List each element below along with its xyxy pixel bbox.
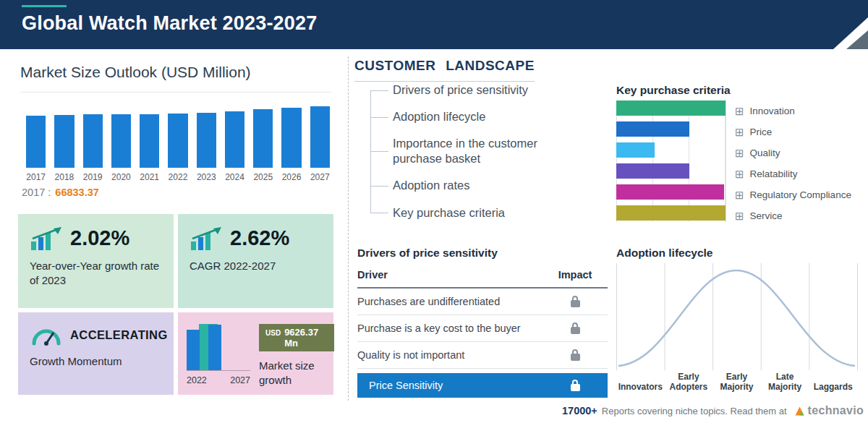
- table-header: Driver Impact: [357, 265, 608, 289]
- legend-item: ⊞Service: [735, 205, 868, 226]
- impact-cell: [542, 323, 608, 334]
- bar-2022: [168, 114, 187, 168]
- growth-mini-chart: [187, 321, 250, 371]
- impact-cell: [542, 350, 608, 361]
- key-purchase-legend: ⊞Innovation ⊞Price ⊞Quality ⊞Relatabilit…: [735, 101, 868, 226]
- grid-icon: ⊞: [735, 148, 744, 158]
- cagr-value: 2.62%: [230, 226, 289, 250]
- card-market-size-growth: 2022 2027 USD 9626.37 Mn Market size gro…: [178, 312, 333, 395]
- grid-icon: ⊞: [735, 127, 744, 137]
- list-item: Adoption rates: [393, 178, 585, 193]
- bar-relatability: [616, 163, 689, 179]
- bar-column: 2027: [310, 101, 330, 182]
- reports-count: 17000+: [562, 405, 597, 416]
- customer-landscape-heading: CUSTOMER LANDSCAPE: [354, 58, 535, 82]
- axis-label: 2022: [168, 172, 187, 182]
- axis-label: 2017: [26, 172, 46, 182]
- axis-label: 2021: [140, 172, 159, 182]
- axis-label: 2026: [281, 172, 301, 182]
- axis-label: 2019: [83, 172, 103, 182]
- card-top-row: 2.62%: [190, 226, 322, 250]
- infographic-canvas: Global Watch Market 2023-2027 Market Siz…: [0, 0, 868, 423]
- legend-label: Price: [750, 127, 773, 137]
- driver-cell: Quality is not important: [357, 349, 464, 361]
- year-start-label: 2022: [187, 375, 207, 385]
- legend-label: Relatability: [750, 168, 798, 179]
- axis-label: 2027: [310, 172, 330, 182]
- yoy-value: 2.02%: [70, 226, 129, 250]
- cagr-label: CAGR 2022-2027: [190, 259, 322, 273]
- card-growth-momentum: ACCELERATING Growth Momentum: [18, 312, 174, 395]
- list-item: Importance in the customer purchase bask…: [393, 136, 585, 166]
- bar-2027: [208, 325, 221, 370]
- bar-column: 2018: [54, 101, 74, 182]
- segment-label: Late Majority: [761, 372, 809, 393]
- legend-label: Service: [750, 210, 783, 221]
- card-yoy-growth: 2.02% Year-over-Year growth rate of 2023: [18, 214, 174, 308]
- grid-icon: ⊞: [735, 106, 744, 116]
- currency-label: USD: [265, 329, 281, 337]
- footer: 17000+ Reports covering niche topics. Re…: [562, 404, 864, 417]
- col-driver: Driver: [357, 269, 388, 281]
- list-item: Key purchase criteria: [393, 205, 585, 221]
- adoption-heading: Adoption lifecycle: [616, 247, 713, 260]
- grid-icon: ⊞: [735, 189, 744, 200]
- lock-icon: [571, 300, 580, 307]
- legend-item: ⊞Regulatory Compliance: [735, 184, 868, 205]
- key-purchase-heading: Key purchase criteria: [616, 84, 731, 97]
- bar-2018: [54, 115, 74, 168]
- bar-column: 2019: [83, 101, 103, 182]
- growth-value: 9626.37 Mn: [284, 327, 328, 349]
- axis-label: 2020: [111, 172, 131, 182]
- adoption-labels: Innovators Early Adopters Early Majority…: [616, 372, 857, 393]
- header-banner: Global Watch Market 2023-2027: [0, 0, 868, 49]
- yoy-label: Year-over-Year growth rate of 2023: [30, 259, 162, 289]
- market-size-heading: Market Size Outlook (USD Million): [20, 64, 251, 81]
- bell-curve: [616, 263, 857, 370]
- drivers-table: Driver Impact Purchases are undifferenti…: [357, 265, 608, 398]
- heading-divider: [20, 92, 331, 93]
- bar-growth-arrow-icon: [190, 226, 223, 250]
- grid-icon: ⊞: [735, 210, 744, 221]
- bar-2023: [197, 113, 216, 168]
- legend-label: Quality: [750, 148, 780, 158]
- base-year-note: 2017 :66833.37: [22, 187, 99, 198]
- growth-mini-chart-wrap: 2022 2027: [187, 321, 250, 386]
- axis-label: 2025: [253, 172, 273, 182]
- highlight-label: Price Sensitivity: [369, 380, 443, 391]
- driver-cell: Purchases are undifferentiated: [357, 296, 500, 307]
- card-top-row: ACCELERATING: [30, 324, 162, 346]
- list-item: Drivers of price sensitivity: [393, 82, 585, 98]
- brand-name: technavio: [808, 404, 864, 417]
- segment-label: Early Adopters: [665, 372, 713, 393]
- segment-label: Innovators: [616, 382, 665, 392]
- legend-label: Innovation: [750, 106, 795, 116]
- axis-label: 2023: [197, 172, 216, 182]
- bar-column: 2020: [111, 101, 131, 182]
- bar-2019: [83, 114, 103, 168]
- axis-label: 2024: [225, 172, 244, 182]
- note-value: 66833.37: [55, 187, 98, 198]
- bar-regulatory-compliance: [616, 184, 724, 200]
- bar-column: 2024: [225, 101, 244, 182]
- accent-dash: [22, 5, 67, 7]
- legend-item: ⊞Price: [735, 121, 868, 142]
- list-item: Adoption lifecycle: [393, 109, 585, 124]
- grid-icon: ⊞: [735, 168, 744, 179]
- bar-2021: [140, 114, 159, 168]
- growth-label: Market size growth: [259, 359, 334, 387]
- bar-column: 2026: [281, 101, 301, 182]
- customer-landscape-list: Drivers of price sensitivity Adoption li…: [370, 82, 585, 221]
- legend-item: ⊞Quality: [735, 142, 868, 163]
- bar-growth-arrow-icon: [30, 226, 63, 250]
- bar-2024: [225, 111, 244, 168]
- segment-label: Early Majority: [712, 372, 761, 393]
- drivers-heading: Drivers of price sensitivity: [357, 247, 498, 260]
- bar-column: 2023: [197, 101, 216, 182]
- bar-2017: [26, 116, 46, 168]
- bar-service: [616, 205, 726, 221]
- key-purchase-chart: [616, 101, 726, 222]
- stat-cards: 2.02% Year-over-Year growth rate of 2023…: [18, 214, 333, 395]
- dashed-divider: [348, 56, 349, 401]
- year-end-label: 2027: [230, 375, 250, 385]
